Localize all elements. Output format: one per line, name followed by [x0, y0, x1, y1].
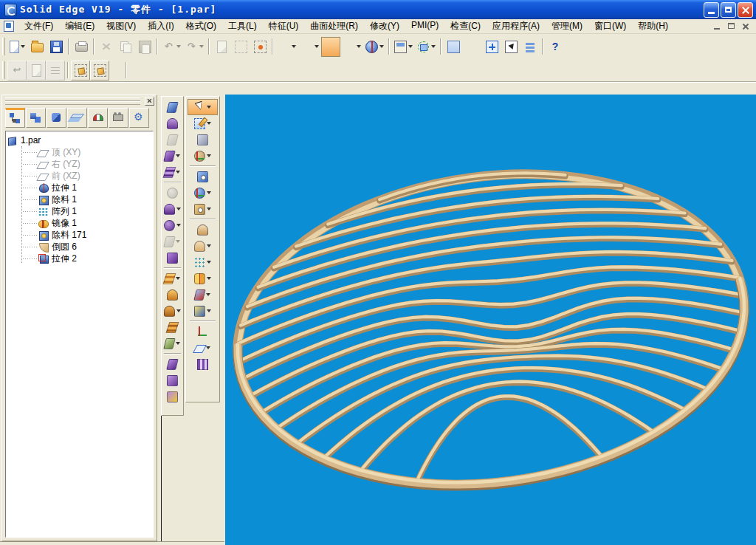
- menu-tools[interactable]: 工具(L): [222, 18, 263, 34]
- open-button[interactable]: [27, 37, 47, 57]
- tab-feature-playback[interactable]: [109, 108, 128, 128]
- keypoint-curve-button[interactable]: [162, 99, 182, 115]
- toolbar-grip[interactable]: [2, 38, 5, 55]
- save-button[interactable]: [47, 37, 66, 57]
- new-dropdown-arrow[interactable]: [21, 45, 25, 48]
- derived-curve-button[interactable]: [162, 115, 182, 131]
- redo-dropdown-arrow[interactable]: [199, 45, 204, 48]
- edgebar-drag-handle[interactable]: [2, 95, 157, 106]
- wireframe-view-button[interactable]: [275, 37, 298, 57]
- tab-engineering-reference[interactable]: [129, 108, 149, 128]
- mdi-restore-button[interactable]: [726, 21, 738, 32]
- tree-item-cutout-171[interactable]: 除料 171: [7, 229, 151, 241]
- bluesurf-button[interactable]: [162, 270, 182, 287]
- previous-view-button[interactable]: [520, 37, 540, 57]
- shaded-edges-view-button[interactable]: [340, 37, 363, 57]
- tab-family-of-parts[interactable]: [47, 108, 66, 128]
- menu-view[interactable]: 视图(V): [100, 18, 142, 34]
- copy-surface-dropdown-arrow[interactable]: [176, 224, 181, 227]
- thin-wall-button[interactable]: [188, 303, 218, 319]
- named-views-button[interactable]: [392, 37, 415, 57]
- tree-item-mirror-1[interactable]: 镜像 1: [7, 217, 151, 229]
- model-viewport[interactable]: [225, 95, 756, 545]
- lofted-surface-dropdown-arrow[interactable]: [176, 309, 181, 312]
- rotate-view-button[interactable]: [415, 37, 438, 57]
- replace-face-button[interactable]: [162, 372, 182, 388]
- menu-modify[interactable]: 修改(Y): [364, 18, 405, 34]
- menu-pmi[interactable]: PMI(P): [405, 18, 444, 34]
- sketch-dropdown-arrow[interactable]: [207, 122, 211, 125]
- tree-item-round-6[interactable]: 倒圆 6: [7, 241, 151, 253]
- menu-inspect[interactable]: 检查(C): [444, 18, 487, 34]
- parting-surface-button[interactable]: [162, 388, 182, 405]
- extruded-surface-dropdown-arrow[interactable]: [176, 154, 180, 157]
- offset-surface-dropdown-arrow[interactable]: [176, 208, 181, 210]
- tab-pathfinder[interactable]: [5, 108, 25, 128]
- mdi-minimize-button[interactable]: [712, 21, 724, 32]
- revolved-surface-button[interactable]: [162, 164, 182, 180]
- deselect-all-button[interactable]: [250, 37, 269, 57]
- fit-button[interactable]: [482, 37, 501, 57]
- split-curve-dropdown-arrow[interactable]: [176, 342, 180, 345]
- pattern-button[interactable]: [188, 254, 218, 270]
- restore-button[interactable]: [721, 2, 736, 18]
- hidden-edge-view-button[interactable]: [298, 37, 321, 57]
- select-tool-button[interactable]: [188, 99, 218, 115]
- tab-feature-library[interactable]: [26, 108, 46, 128]
- menu-file[interactable]: 文件(F): [18, 18, 59, 34]
- cutout-button[interactable]: [188, 168, 218, 185]
- help-pointer-button[interactable]: ?: [546, 37, 565, 57]
- named-views-dropdown-arrow[interactable]: [408, 45, 413, 48]
- construction-display-button[interactable]: [188, 356, 218, 372]
- tree-item-extrude-1[interactable]: 拉伸 1: [7, 182, 151, 193]
- hidden-edge-view-dropdown-arrow[interactable]: [315, 45, 319, 48]
- zoom-button[interactable]: [463, 37, 482, 57]
- tab-sensors[interactable]: [88, 108, 108, 128]
- menu-window[interactable]: 窗口(W): [588, 18, 632, 34]
- split-curve-button[interactable]: [162, 335, 182, 352]
- edgebar-close-button[interactable]: [145, 97, 154, 106]
- select-tool-dropdown-arrow[interactable]: [207, 106, 211, 109]
- menu-edit[interactable]: 编辑(E): [59, 18, 100, 34]
- swept-surface-button[interactable]: [162, 287, 182, 303]
- close-button[interactable]: [738, 2, 753, 18]
- revolved-cutout-dropdown-arrow[interactable]: [207, 191, 211, 194]
- copy-surface-button[interactable]: [162, 217, 182, 233]
- print-button[interactable]: [72, 37, 91, 57]
- undo-dropdown-arrow[interactable]: [176, 45, 181, 48]
- revolved-cutout-button[interactable]: [188, 185, 218, 201]
- round-button[interactable]: [188, 238, 218, 254]
- tree-item-pattern-1[interactable]: 阵列 1: [7, 205, 151, 217]
- menu-format[interactable]: 格式(O): [180, 18, 222, 34]
- add-draft-dropdown-arrow[interactable]: [206, 293, 210, 296]
- bounded-wave-button[interactable]: [162, 319, 182, 335]
- revolved-surface-dropdown-arrow[interactable]: [176, 171, 180, 174]
- normal-protrusion-button[interactable]: [162, 250, 182, 266]
- hole-button[interactable]: [188, 201, 218, 217]
- chamfer-button[interactable]: [188, 222, 218, 238]
- render-view-dropdown-arrow[interactable]: [379, 45, 384, 48]
- menu-features[interactable]: 特征(U): [263, 18, 305, 34]
- tree-item-plane-front[interactable]: 前 (XZ): [7, 170, 151, 182]
- trim-surface-button[interactable]: [162, 356, 182, 372]
- tree-item-plane-top[interactable]: 顶 (XY): [7, 146, 151, 158]
- zoom-area-button[interactable]: [444, 37, 463, 57]
- minimize-button[interactable]: [704, 2, 719, 18]
- menu-applications[interactable]: 应用程序(A): [487, 18, 546, 34]
- offset-surface-button[interactable]: [162, 201, 182, 217]
- shaded-edges-view-dropdown-arrow[interactable]: [357, 45, 361, 48]
- round-dropdown-arrow[interactable]: [207, 244, 211, 247]
- profile-display-on-button[interactable]: [71, 61, 90, 80]
- lofted-surface-button[interactable]: [162, 303, 182, 319]
- menu-help[interactable]: 帮助(H): [632, 18, 674, 34]
- reference-plane-dropdown-arrow[interactable]: [206, 346, 210, 349]
- bluesurf-dropdown-arrow[interactable]: [176, 277, 180, 280]
- tree-item-cutout-1[interactable]: 除料 1: [7, 193, 151, 205]
- profile-display-off-button[interactable]: [90, 61, 109, 80]
- thin-wall-dropdown-arrow[interactable]: [207, 309, 211, 312]
- wireframe-view-dropdown-arrow[interactable]: [292, 45, 296, 48]
- menu-manage[interactable]: 管理(M): [546, 18, 588, 34]
- pattern-dropdown-arrow[interactable]: [207, 261, 211, 264]
- sketch-button[interactable]: [188, 115, 218, 131]
- tab-layers[interactable]: [67, 108, 87, 128]
